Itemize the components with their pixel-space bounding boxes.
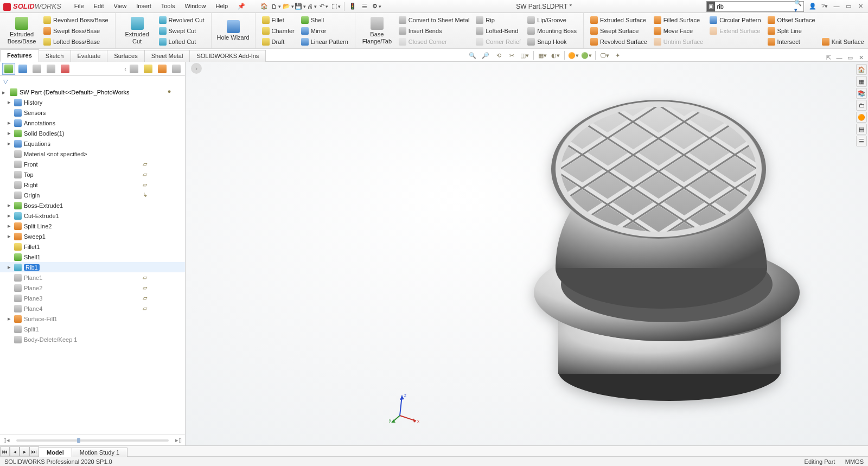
- rollback-slider[interactable]: [16, 439, 169, 442]
- convert-sheetmetal-button[interactable]: Convert to Sheet Metal: [397, 15, 472, 25]
- appearances-pane-icon[interactable]: ▤: [856, 124, 867, 135]
- tree-item[interactable]: ▸Annotations: [0, 118, 185, 128]
- menu-tools[interactable]: Tools: [157, 1, 180, 11]
- btab-last-icon[interactable]: ⏭: [29, 446, 39, 456]
- caret-icon[interactable]: ▸: [7, 264, 12, 271]
- minimize-icon[interactable]: —: [832, 3, 841, 10]
- tree-item[interactable]: Right▱: [0, 180, 185, 190]
- tree-item[interactable]: ▸Rib1: [0, 262, 185, 272]
- tree-item[interactable]: Plane4▱: [0, 303, 185, 314]
- history-back-icon[interactable]: ‹: [124, 66, 126, 72]
- apply-scene-icon[interactable]: 🟢▾: [581, 50, 592, 61]
- tree-display-indicator-icon[interactable]: ▱: [140, 273, 150, 283]
- bottom-tab-motion[interactable]: Motion Study 1: [72, 448, 127, 457]
- caret-icon[interactable]: ▸: [7, 119, 12, 126]
- panel-opt3[interactable]: [156, 63, 169, 75]
- circular-pattern-button[interactable]: Circular Pattern: [707, 15, 763, 25]
- tree-item[interactable]: ▸Boss-Extrude1: [0, 200, 185, 210]
- gv-close-icon[interactable]: ✕: [857, 54, 865, 61]
- tree-display-indicator-icon[interactable]: ▱: [140, 293, 150, 303]
- extruded-boss-button[interactable]: Extruded Boss/Base: [4, 15, 39, 47]
- caret-icon[interactable]: ▸: [7, 222, 12, 229]
- tree-root[interactable]: ▸ SW Part (Default<<Default>_PhotoWorks …: [0, 87, 185, 97]
- undo-icon[interactable]: ↶: [319, 2, 329, 11]
- revolved-boss-button[interactable]: Revolved Boss/Base: [41, 15, 111, 25]
- select-icon[interactable]: ⬚: [331, 2, 341, 11]
- menu-edit[interactable]: Edit: [90, 1, 108, 11]
- view-triad[interactable]: x y z: [389, 391, 422, 424]
- tab-sketch[interactable]: Sketch: [39, 50, 71, 62]
- tab-addins[interactable]: SOLIDWORKS Add-Ins: [189, 50, 266, 62]
- render-tools-icon[interactable]: ✦: [612, 50, 623, 61]
- tree-item[interactable]: Body-Delete/Keep 1: [0, 334, 185, 344]
- menu-file[interactable]: File: [70, 1, 88, 11]
- view-settings-icon[interactable]: 🖵▾: [599, 50, 610, 61]
- revolved-surface-button[interactable]: Revolved Surface: [588, 37, 649, 47]
- extruded-surface-button[interactable]: Extruded Surface: [588, 15, 649, 25]
- draft-button[interactable]: Draft: [260, 37, 297, 47]
- base-flange-button[interactable]: Base Flange/Tab: [360, 15, 394, 47]
- custom-props-icon[interactable]: ☰: [856, 136, 867, 146]
- tree-item[interactable]: Shell1: [0, 252, 185, 262]
- settings-icon[interactable]: ⚙: [372, 2, 381, 11]
- fillet-button[interactable]: Fillet: [260, 15, 297, 25]
- prev-view-icon[interactable]: ⟲: [493, 50, 504, 61]
- menu-insert[interactable]: Insert: [132, 1, 156, 11]
- menu-view[interactable]: View: [110, 1, 131, 11]
- zoom-area-icon[interactable]: 🔎: [480, 50, 491, 61]
- configuration-tab[interactable]: [30, 63, 43, 75]
- rollback-prev-icon[interactable]: ▯◂: [3, 437, 10, 444]
- graphics-viewport[interactable]: ›: [186, 62, 868, 445]
- tree-item[interactable]: Split1: [0, 324, 185, 334]
- snap-hook-button[interactable]: Snap Hook: [525, 37, 579, 47]
- tree-item[interactable]: Front▱: [0, 159, 185, 169]
- feature-tree[interactable]: ▸ SW Part (Default<<Default>_PhotoWorks …: [0, 86, 185, 435]
- tree-display-indicator-icon[interactable]: ▱: [140, 180, 150, 190]
- linear-pattern-button[interactable]: Linear Pattern: [299, 37, 350, 47]
- edit-appearance-icon[interactable]: 🟠▾: [568, 50, 579, 61]
- knit-surface-button[interactable]: Knit Surface: [820, 37, 866, 47]
- open-icon[interactable]: 📂: [283, 2, 293, 11]
- caret-icon[interactable]: ▸: [7, 202, 12, 209]
- property-manager-tab[interactable]: [16, 63, 29, 75]
- flyout-collapse[interactable]: ›: [191, 63, 202, 74]
- btab-first-icon[interactable]: ⏮: [0, 446, 10, 456]
- restore-icon[interactable]: ▭: [844, 3, 853, 10]
- view-orientation-icon[interactable]: ◫▾: [519, 50, 530, 61]
- insert-bends-button[interactable]: Insert Bends: [397, 26, 472, 36]
- tree-display-indicator-icon[interactable]: ▱: [140, 283, 150, 293]
- offset-surface-button[interactable]: Offset Surface: [765, 15, 818, 25]
- tab-sheetmetal[interactable]: Sheet Metal: [144, 50, 190, 62]
- panel-opt2[interactable]: [142, 63, 155, 75]
- feature-tree-tab[interactable]: [2, 63, 15, 75]
- tree-display-indicator-icon[interactable]: ▱: [140, 159, 150, 169]
- flyout-handle-icon[interactable]: ›: [191, 63, 202, 74]
- tree-item[interactable]: Plane2▱: [0, 283, 185, 293]
- display-manager-tab[interactable]: [59, 63, 72, 75]
- lofted-boss-button[interactable]: Lofted Boss/Base: [41, 37, 111, 47]
- btab-next-icon[interactable]: ▸: [20, 446, 29, 456]
- search-input[interactable]: [715, 3, 794, 10]
- tree-item[interactable]: ▸Cut-Extrude1: [0, 210, 185, 221]
- search-scope-icon[interactable]: ▣: [707, 2, 715, 11]
- lofted-bend-button[interactable]: Lofted-Bend: [474, 26, 523, 36]
- menu-help[interactable]: Help: [212, 1, 233, 11]
- tree-display-indicator-icon[interactable]: ▱: [140, 170, 150, 180]
- swept-boss-button[interactable]: Swept Boss/Base: [41, 26, 111, 36]
- btab-prev-icon[interactable]: ◂: [10, 446, 20, 456]
- tree-item[interactable]: ▸History: [0, 97, 185, 107]
- zoom-fit-icon[interactable]: 🔍: [467, 50, 478, 61]
- view-palette-icon[interactable]: 🟠: [856, 112, 867, 123]
- lofted-cut-button[interactable]: Lofted Cut: [157, 37, 207, 47]
- swept-cut-button[interactable]: Swept Cut: [157, 26, 207, 36]
- design-library-icon[interactable]: 📚: [856, 88, 867, 99]
- file-explorer-icon[interactable]: 🗀: [856, 100, 867, 111]
- split-line-button[interactable]: Split Line: [765, 26, 818, 36]
- bottom-tab-model[interactable]: Model: [39, 448, 72, 457]
- tab-features[interactable]: Features: [0, 49, 39, 62]
- tree-item[interactable]: Fillet1: [0, 241, 185, 252]
- tree-display-indicator-icon[interactable]: ▱: [140, 304, 150, 314]
- print-icon[interactable]: 🖨: [307, 2, 317, 11]
- tree-item[interactable]: Material <not specified>: [0, 149, 185, 159]
- tree-item[interactable]: Plane1▱: [0, 272, 185, 283]
